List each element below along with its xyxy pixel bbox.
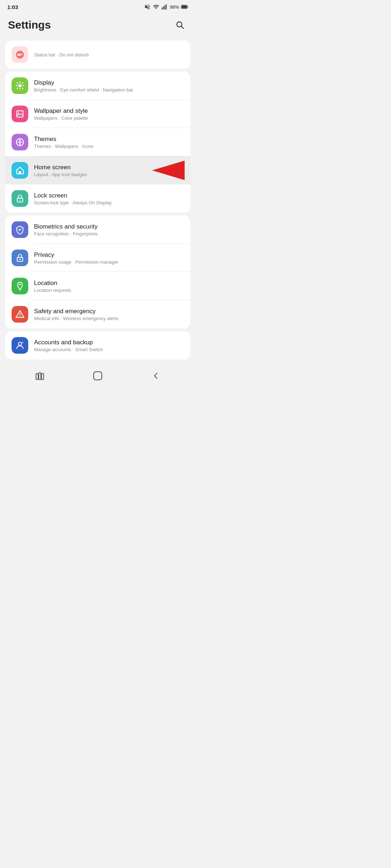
svg-point-30 (20, 316, 20, 316)
settings-item-lockscreen[interactable]: Lock screen Screen lock type · Always On… (5, 184, 190, 213)
status-bar-text: Status bar · Do not disturb (34, 52, 184, 58)
safety-title: Safety and emergency (34, 308, 184, 315)
homescreen-subtitle: Layout · App icon badges (34, 172, 184, 177)
svg-line-16 (17, 83, 18, 84)
biometrics-icon-bg (12, 221, 28, 238)
svg-rect-10 (17, 55, 21, 56)
search-button[interactable] (172, 17, 188, 33)
wallpaper-icon (15, 109, 25, 119)
svg-point-31 (18, 342, 22, 345)
svg-rect-20 (17, 111, 23, 117)
card-display: Display Brightness · Eye comfort shield … (5, 72, 190, 213)
settings-item-themes[interactable]: Themes Themes · Wallpapers · Icons (5, 128, 190, 156)
accounts-icon-bg (12, 337, 28, 354)
display-subtitle: Brightness · Eye comfort shield · Naviga… (34, 87, 184, 93)
search-icon (175, 20, 185, 30)
accounts-title: Accounts and backup (34, 339, 184, 346)
settings-item-homescreen[interactable]: Home screen Layout · App icon badges (5, 156, 190, 184)
lockscreen-title: Lock screen (34, 192, 184, 199)
lock-icon-bg (12, 190, 28, 207)
biometrics-title: Biometrics and security (34, 223, 184, 230)
lockscreen-subtitle: Screen lock type · Always On Display (34, 200, 184, 205)
privacy-icon (15, 253, 25, 263)
recent-apps-icon (35, 371, 45, 381)
themes-subtitle: Themes · Wallpapers · Icons (34, 144, 184, 149)
homescreen-text: Home screen Layout · App icon badges (34, 164, 184, 177)
home-icon (15, 166, 25, 175)
back-button[interactable] (151, 371, 161, 381)
alert-icon (15, 310, 25, 319)
svg-line-17 (22, 88, 23, 89)
settings-item-display[interactable]: Display Brightness · Eye comfort shield … (5, 72, 190, 100)
home-button[interactable] (92, 370, 103, 381)
svg-line-18 (17, 88, 18, 89)
svg-rect-1 (163, 7, 164, 10)
privacy-title: Privacy (34, 251, 184, 259)
card-accounts: Accounts and backup Manage accounts · Sm… (5, 331, 190, 359)
privacy-icon-bg (12, 250, 28, 266)
mute-icon (144, 4, 151, 10)
page-title: Settings (8, 19, 51, 31)
biometrics-text: Biometrics and security Face recognition… (34, 223, 184, 237)
display-title: Display (34, 79, 184, 86)
svg-point-25 (19, 200, 20, 201)
settings-item-location[interactable]: Location Location requests (5, 272, 190, 300)
svg-line-19 (22, 83, 23, 84)
accounts-icon (15, 341, 25, 350)
safety-subtitle: Medical info · Wireless emergency alerts (34, 316, 184, 321)
home-nav-icon (92, 370, 103, 381)
svg-point-28 (19, 284, 21, 285)
header: Settings (0, 12, 196, 38)
privacy-text: Privacy Permission usage · Permission ma… (34, 251, 184, 265)
signal-icon (161, 4, 168, 10)
svg-point-11 (18, 84, 22, 88)
battery-percent: 98% (170, 4, 179, 10)
svg-rect-2 (164, 5, 165, 10)
svg-rect-33 (39, 373, 41, 380)
safety-icon-bg (12, 306, 28, 323)
accounts-subtitle: Manage accounts · Smart Switch (34, 347, 184, 352)
display-text: Display Brightness · Eye comfort shield … (34, 79, 184, 93)
settings-item-safety[interactable]: Safety and emergency Medical info · Wire… (5, 300, 190, 328)
svg-rect-22 (19, 171, 21, 174)
display-icon-bg (12, 77, 28, 94)
wallpaper-title: Wallpaper and style (34, 107, 184, 115)
svg-line-7 (181, 26, 184, 29)
wifi-icon (152, 4, 160, 10)
location-title: Location (34, 280, 184, 287)
settings-item-biometrics[interactable]: Biometrics and security Face recognition… (5, 216, 190, 244)
svg-rect-34 (41, 374, 43, 379)
wallpaper-subtitle: Wallpapers · Color palette (34, 115, 184, 121)
homescreen-title: Home screen (34, 164, 184, 171)
settings-item-privacy[interactable]: Privacy Permission usage · Permission ma… (5, 244, 190, 272)
location-text: Location Location requests (34, 280, 184, 293)
status-icons: 98% (144, 4, 188, 10)
accounts-text: Accounts and backup Manage accounts · Sm… (34, 339, 184, 352)
settings-item-wallpaper[interactable]: Wallpaper and style Wallpapers · Color p… (5, 100, 190, 128)
svg-rect-32 (36, 374, 38, 379)
status-bar-icon (12, 46, 28, 63)
sun-icon (15, 81, 25, 90)
svg-rect-3 (166, 4, 167, 10)
status-bar: 1:03 98% (0, 0, 196, 12)
svg-rect-5 (182, 6, 187, 8)
safety-text: Safety and emergency Medical info · Wire… (34, 308, 184, 321)
home-icon-bg (12, 162, 28, 179)
themes-icon (15, 137, 25, 147)
settings-item-accounts[interactable]: Accounts and backup Manage accounts · Sm… (5, 331, 190, 359)
battery-icon (181, 4, 188, 9)
card-security: Biometrics and security Face recognition… (5, 216, 190, 328)
recent-apps-button[interactable] (35, 371, 45, 381)
back-icon (151, 371, 161, 381)
themes-text: Themes Themes · Wallpapers · Icons (34, 136, 184, 149)
nav-bar (0, 364, 196, 388)
shield-icon (15, 225, 25, 234)
svg-point-21 (18, 112, 19, 114)
wallpaper-icon-bg (12, 106, 28, 122)
wallpaper-text: Wallpaper and style Wallpapers · Color p… (34, 107, 184, 121)
card-top: Status bar · Do not disturb (5, 41, 190, 69)
location-icon-bg (12, 278, 28, 294)
privacy-subtitle: Permission usage · Permission manager (34, 259, 184, 265)
svg-rect-35 (94, 372, 102, 380)
settings-item-status-bar[interactable]: Status bar · Do not disturb (5, 41, 190, 69)
